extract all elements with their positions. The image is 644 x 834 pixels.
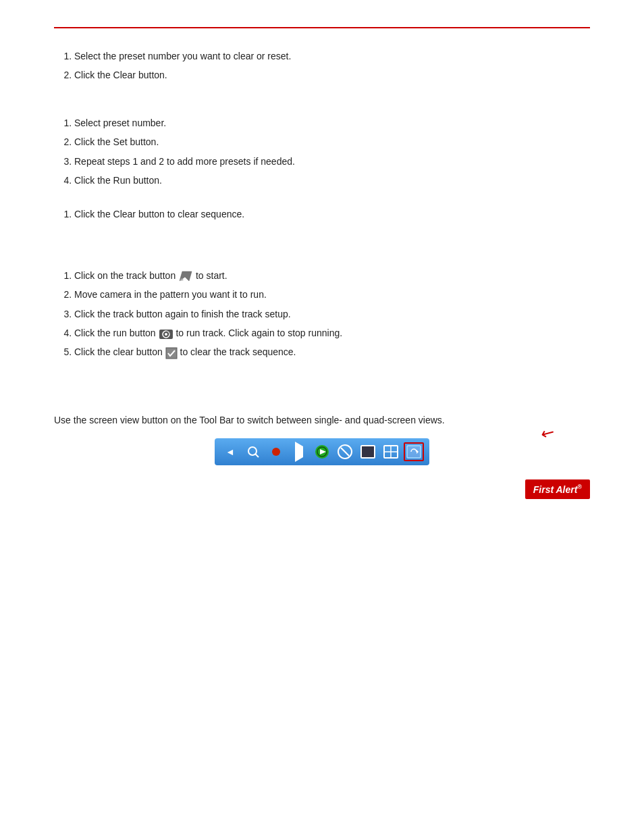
- list-item: Select preset number.: [74, 115, 590, 130]
- clear-sequence-section: Click the Clear button to clear sequence…: [54, 207, 590, 221]
- left-arrow-icon: ◄: [225, 446, 235, 457]
- record-icon: [272, 448, 280, 456]
- track-section: Click on the track button to start. Move…: [54, 268, 590, 360]
- list-item: Click the Clear button to clear sequence…: [74, 207, 590, 221]
- svg-line-11: [341, 448, 349, 456]
- toolbar-single-screen-button[interactable]: [358, 442, 378, 461]
- list-item: Click the Set button.: [74, 134, 590, 149]
- list-item-clear-track: Click the clear button to clear the trac…: [74, 344, 590, 359]
- clear-reset-section: Select the preset number you want to cle…: [54, 49, 590, 83]
- list-item-run-track: Click the run button to run track. Click…: [74, 325, 590, 340]
- svg-line-7: [255, 454, 259, 457]
- toolbar-go-button[interactable]: [312, 442, 332, 461]
- page: Select the preset number you want to cle…: [0, 0, 644, 526]
- svg-rect-5: [166, 348, 177, 359]
- rotate-screen-icon: [406, 444, 422, 459]
- toolbar-record-button[interactable]: [266, 442, 286, 461]
- play-icon: [295, 446, 303, 457]
- list-item-move-camera: Move camera in the pattern you want it t…: [74, 287, 590, 302]
- track-icon: [178, 270, 193, 282]
- red-divider-line: [54, 27, 590, 28]
- search-icon: [246, 445, 260, 459]
- screen-view-description: Use the screen view button on the Tool B…: [54, 413, 590, 427]
- toolbar: ◄: [215, 438, 429, 465]
- go-icon: [314, 444, 330, 460]
- svg-rect-12: [361, 446, 375, 458]
- clear-button-icon: [165, 347, 178, 359]
- toolbar-search-button[interactable]: [243, 442, 263, 461]
- svg-point-4: [165, 333, 167, 336]
- toolbar-rotate-screen-button[interactable]: [404, 442, 424, 461]
- quad-screen-icon: [383, 444, 399, 459]
- run-button-icon: [159, 328, 173, 340]
- list-item: Click the Run button.: [74, 173, 590, 188]
- list-item-track-finish: Click the track button again to finish t…: [74, 307, 590, 321]
- first-alert-logo: First Alert®: [525, 479, 590, 499]
- toolbar-container: ◄: [54, 438, 590, 465]
- toolbar-cancel-button[interactable]: [335, 442, 355, 461]
- logo-trademark: ®: [577, 484, 582, 490]
- list-item: Select the preset number you want to cle…: [74, 49, 590, 63]
- list-item-track-start: Click on the track button to start.: [74, 268, 590, 283]
- single-screen-icon: [360, 444, 376, 459]
- logo-text: First Alert: [533, 484, 578, 495]
- list-item: Repeat steps 1 and 2 to add more presets…: [74, 154, 590, 169]
- toolbar-quad-screen-button[interactable]: [381, 442, 401, 461]
- set-preset-section: Select preset number. Click the Set butt…: [54, 115, 590, 188]
- cancel-icon: [337, 444, 353, 460]
- screen-view-section: Use the screen view button on the Tool B…: [54, 413, 590, 465]
- list-item: Click the Clear button.: [74, 68, 590, 82]
- toolbar-play-button[interactable]: [289, 442, 309, 461]
- toolbar-left-arrow-button[interactable]: ◄: [220, 442, 240, 461]
